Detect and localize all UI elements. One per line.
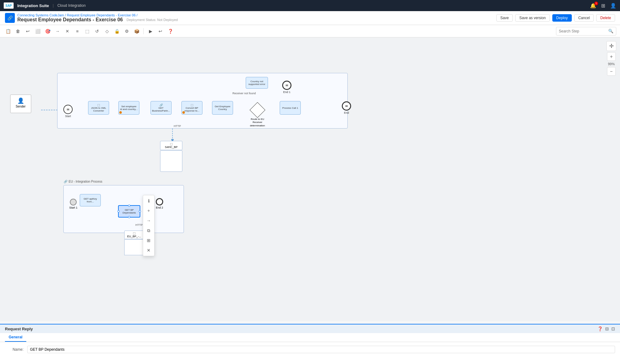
end-event[interactable]: ✉ End (342, 101, 351, 114)
eu-start1-circle[interactable] (70, 199, 77, 205)
get-emp-country-label: Get EmployeeCountry (215, 105, 231, 111)
expand-btn[interactable]: ⬚ (83, 27, 91, 36)
package-btn[interactable]: 📦 (132, 27, 141, 36)
convert-bp-warn (182, 111, 185, 114)
header-actions: Save Save as version Deploy Cancel Delet… (496, 14, 615, 22)
help-btn[interactable]: ❓ (166, 27, 175, 36)
get-bp-box[interactable]: 🔗 GETBusinessPartn... (151, 101, 172, 115)
start-icon: ✉ (67, 108, 69, 111)
breadcrumb[interactable]: Connecting Systems CodeJam / Request Emp… (17, 13, 494, 17)
play-btn[interactable]: ▶ (146, 27, 155, 36)
ctx-add[interactable]: ＋ (144, 206, 154, 216)
s4hc-bp-box[interactable]: ⬚ S4HC_BP (160, 141, 182, 150)
ctx-container[interactable]: ⊞ (144, 235, 154, 245)
settings-btn[interactable]: ⚙ (122, 27, 131, 36)
eu-end2-label: End 2 (156, 206, 163, 209)
save-as-version-button[interactable]: Save as version (515, 14, 550, 22)
grid-icon[interactable]: ⊞ (601, 3, 605, 9)
save-button[interactable]: Save (496, 14, 513, 22)
get-bp-dep-label: GET BPDependants (122, 209, 136, 214)
get-apikey-box[interactable]: GET apiKeyfrom... (80, 194, 101, 206)
set-employee-box[interactable]: Set employeeid and country... (118, 101, 139, 115)
handle-bottom (128, 216, 130, 218)
undo-btn[interactable]: ↩ (23, 27, 32, 36)
refresh-btn[interactable]: ↺ (93, 27, 101, 36)
convert-bp-label: Convert BPresponse to... (185, 107, 199, 112)
convert-bp-box[interactable]: ⬚ Convert BPresponse to... (181, 101, 202, 115)
convert-bp-icon: ⬚ (191, 104, 193, 107)
handle-left (117, 210, 120, 213)
s4hc-bp-label: S4HC_BP (163, 146, 180, 149)
arrow-btn[interactable]: → (53, 27, 62, 36)
start-circle[interactable]: ✉ (63, 105, 73, 114)
remove-btn[interactable]: ✕ (63, 27, 72, 36)
search-step-button[interactable]: 🔍 (606, 27, 616, 35)
search-step-input[interactable] (556, 29, 606, 33)
deploy-button[interactable]: Deploy (552, 14, 572, 22)
app-name: Integration Suite (17, 3, 49, 8)
lock-btn[interactable]: 🔒 (113, 27, 121, 36)
end-label: End (344, 111, 349, 114)
sender-label: Sender (13, 105, 28, 108)
zoom-out-button[interactable]: － (607, 67, 616, 76)
delete-button[interactable]: Delete (596, 14, 615, 22)
start-event[interactable]: ✉ Start (63, 105, 73, 118)
eu-end2-circle[interactable] (156, 198, 163, 205)
gateway-shape[interactable] (250, 102, 265, 118)
set-employee-warn (119, 111, 122, 114)
ctx-arrow[interactable]: → (144, 216, 154, 226)
get-bp-node[interactable]: 🔗 GETBusinessPartn... (151, 101, 172, 115)
delete-toolbar-btn[interactable]: 🗑 (14, 27, 22, 36)
menu-btn[interactable]: ≡ (73, 27, 82, 36)
pan-control[interactable]: ✛ (606, 41, 616, 51)
country-error-node[interactable]: Country notsupported error (246, 77, 268, 89)
ctx-info[interactable]: ℹ (144, 196, 154, 206)
json-xml-icon: ⬚ (97, 104, 100, 107)
end-circle[interactable]: ✉ (342, 101, 351, 111)
get-bp-dep-box[interactable]: GET BPDependants (118, 205, 140, 218)
get-emp-country-node[interactable]: Get EmployeeCountry (212, 101, 233, 115)
set-employee-node[interactable]: Set employeeid and country... (118, 101, 139, 115)
process-call-box[interactable]: Process Call 1 (280, 101, 301, 115)
gateway-label: Route to EUReceiver determination (245, 118, 270, 127)
zoom-in-button[interactable]: ＋ (607, 52, 616, 61)
toolbar: 📋 🗑 ↩ ⬜ 🎯 → ✕ ≡ ⬚ ↺ ◇ 🔒 ⚙ 📦 ▶ ↩ ❓ 🔍 (0, 25, 620, 37)
replay-btn[interactable]: ↩ (156, 27, 165, 36)
user-icon[interactable]: 👤 (610, 3, 616, 9)
sender-node[interactable]: 👤 Sender HTTPS (16, 95, 25, 98)
http-label-eu: HTTP (135, 223, 143, 226)
process-call-node[interactable]: Process Call 1 (280, 101, 301, 115)
copy-btn[interactable]: 📋 (4, 27, 12, 36)
gateway-node[interactable]: Route to EUReceiver determination (245, 102, 270, 127)
header-content: Connecting Systems CodeJam / Request Emp… (17, 13, 494, 23)
eu-process-label: 🔗 EU - Integration Process (64, 180, 102, 183)
eu-bp-box[interactable]: ⬚ EU_BP_-... (124, 231, 144, 239)
eu-bp-icon: ⬚ (133, 232, 136, 235)
end1-icon: ✉ (286, 84, 288, 87)
s4hc-bp-node[interactable]: ⬚ S4HC_BP (160, 141, 182, 172)
end1-event[interactable]: ✉ End 1 (282, 81, 291, 94)
convert-bp-node[interactable]: ⬚ Convert BPresponse to... (181, 101, 202, 115)
get-apikey-node[interactable]: GET apiKeyfrom... (80, 194, 101, 206)
header: 🔗 Connecting Systems CodeJam / Request E… (0, 11, 620, 25)
eu-bp-node[interactable]: ⬚ EU_BP_-... (124, 231, 144, 255)
json-xml-box[interactable]: ⬚ JSON to XMLConverter (88, 101, 109, 115)
canvas-area[interactable]: ✛ ＋ 99% － (0, 37, 620, 321)
eu-start1-node[interactable]: Start 1 (69, 199, 78, 209)
get-emp-country-box[interactable]: Get EmployeeCountry (212, 101, 233, 115)
ctx-copy[interactable]: ⧉ (144, 226, 154, 235)
target-btn[interactable]: 🎯 (43, 27, 52, 36)
container-btn[interactable]: ⬜ (33, 27, 42, 36)
end1-circle[interactable]: ✉ (282, 81, 291, 90)
header-logo: 🔗 (5, 13, 15, 23)
sender-box[interactable]: 👤 Sender (10, 95, 31, 113)
json-xml-node[interactable]: ⬚ JSON to XMLConverter (88, 101, 109, 115)
notifications-icon[interactable]: 🔔 1 (590, 3, 596, 9)
ctx-delete[interactable]: ✕ (144, 245, 154, 255)
cancel-button[interactable]: Cancel (574, 14, 594, 22)
eu-bp-container (124, 239, 144, 255)
diamond-btn[interactable]: ◇ (103, 27, 111, 36)
get-bp-dep-node[interactable]: GET BPDependants (118, 205, 140, 218)
country-error-box[interactable]: Country notsupported error (246, 77, 268, 89)
eu-end2-node[interactable]: End 2 (156, 198, 163, 209)
